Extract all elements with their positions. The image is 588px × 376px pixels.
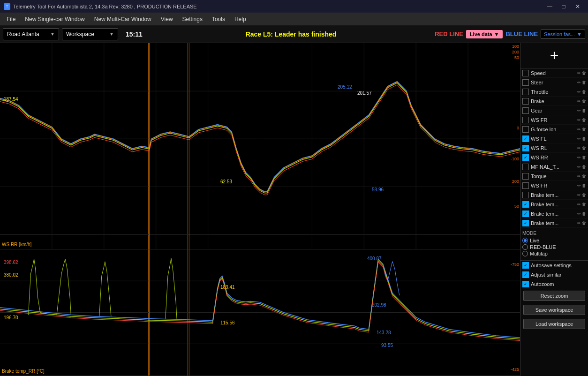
autozoom-check[interactable] (522, 281, 529, 287)
channel-mfinal-edit[interactable]: ✏ (577, 165, 581, 169)
channel-gforce-check[interactable] (522, 126, 529, 133)
reset-zoom-button[interactable]: Reset zoom (523, 291, 585, 301)
menu-file[interactable]: File (2, 15, 20, 23)
track-dropdown[interactable]: Road Atlanta ▼ (3, 28, 59, 40)
channel-steer[interactable]: Steer ✏ 🗑 (520, 78, 588, 87)
channel-ws-fr-1-edit[interactable]: ✏ (577, 118, 581, 122)
channel-speed[interactable]: Speed ✏ 🗑 (520, 68, 588, 78)
channel-ws-rl-del[interactable]: 🗑 (582, 146, 586, 150)
channel-torque-check[interactable] (522, 173, 529, 180)
menu-help[interactable]: Help (230, 15, 251, 23)
channel-gforce-del[interactable]: 🗑 (582, 127, 586, 132)
right-panel: + Speed ✏ 🗑 Steer ✏ 🗑 Throttle ✏ 🗑 (520, 43, 588, 376)
channel-brake-tem-3-check[interactable] (522, 211, 529, 217)
menu-settings[interactable]: Settings (178, 15, 207, 23)
channel-throttle-del[interactable]: 🗑 (582, 90, 586, 94)
channel-gforce-edit[interactable]: ✏ (577, 127, 581, 132)
channel-brake-tem-1[interactable]: Brake tem... ✏ 🗑 (520, 190, 588, 200)
mode-live[interactable]: Live (522, 238, 586, 243)
channel-ws-fl[interactable]: WS FL ✏ 🗑 (520, 134, 588, 143)
channel-ws-fr-1-del[interactable]: 🗑 (582, 118, 586, 122)
channel-brake[interactable]: Brake ✏ 🗑 (520, 97, 588, 106)
channel-ws-rr-check[interactable] (522, 154, 529, 161)
channel-torque[interactable]: Torque ✏ 🗑 (520, 172, 588, 181)
menu-view[interactable]: View (156, 15, 178, 23)
channel-gforce[interactable]: G-force lon ✏ 🗑 (520, 125, 588, 134)
channel-speed-check[interactable] (522, 70, 529, 76)
menu-new-multi[interactable]: New Multi-Car Window (90, 15, 156, 23)
adjust-similar-row[interactable]: Adjust similar (520, 270, 588, 279)
channel-brake-tem-4-edit[interactable]: ✏ (577, 221, 581, 226)
menubar: File New Single-car Window New Multi-Car… (0, 13, 588, 25)
mode-multilap-radio[interactable] (522, 251, 528, 256)
channel-ws-rl-check[interactable] (522, 145, 529, 151)
channel-ws-rr[interactable]: WS RR ✏ 🗑 (520, 153, 588, 162)
session-dropdown[interactable]: Session fas... ▼ (541, 30, 585, 39)
channel-steer-edit[interactable]: ✏ (577, 80, 581, 85)
channel-brake-tem-2-edit[interactable]: ✏ (577, 202, 581, 207)
mode-red-blue[interactable]: RED-BLUE (522, 244, 586, 250)
channel-ws-fr-2-check[interactable] (522, 182, 529, 189)
channel-ws-fr-1[interactable]: WS FR ✏ 🗑 (520, 115, 588, 125)
channel-brake-tem-2-check[interactable] (522, 201, 529, 208)
channel-steer-del[interactable]: 🗑 (582, 80, 586, 85)
load-workspace-button[interactable]: Load workspace (523, 319, 585, 329)
channel-brake-tem-2[interactable]: Brake tem... ✏ 🗑 (520, 200, 588, 209)
channel-brake-tem-3-del[interactable]: 🗑 (582, 211, 586, 216)
channel-gear-check[interactable] (522, 107, 529, 114)
channel-brake-tem-4-del[interactable]: 🗑 (582, 221, 586, 226)
channel-brake-edit[interactable]: ✏ (577, 99, 581, 104)
autosave-check[interactable] (522, 262, 529, 269)
channel-ws-rl-edit[interactable]: ✏ (577, 146, 581, 150)
channel-throttle[interactable]: Throttle ✏ 🗑 (520, 87, 588, 97)
channel-speed-del[interactable]: 🗑 (582, 71, 586, 75)
channel-brake-tem-3-edit[interactable]: ✏ (577, 211, 581, 216)
channel-brake-tem-4[interactable]: Brake tem... ✏ 🗑 (520, 218, 588, 228)
menu-new-single[interactable]: New Single-car Window (20, 15, 89, 23)
channel-brake-tem-1-del[interactable]: 🗑 (582, 193, 586, 197)
channel-brake-check[interactable] (522, 98, 529, 105)
save-workspace-button[interactable]: Save workspace (523, 305, 585, 315)
channel-gear-del[interactable]: 🗑 (582, 108, 586, 113)
maximize-button[interactable]: □ (557, 2, 570, 11)
channel-mfinal[interactable]: MFINAL_T... ✏ 🗑 (520, 162, 588, 172)
channel-ws-fl-edit[interactable]: ✏ (577, 136, 581, 141)
channel-brake-del[interactable]: 🗑 (582, 99, 586, 104)
workspace-dropdown[interactable]: Workspace ▼ (62, 28, 118, 40)
channel-speed-edit[interactable]: ✏ (577, 71, 581, 75)
channel-brake-tem-2-del[interactable]: 🗑 (582, 202, 586, 207)
channel-mfinal-check[interactable] (522, 164, 529, 170)
channel-throttle-edit[interactable]: ✏ (577, 90, 581, 94)
menu-tools[interactable]: Tools (207, 15, 230, 23)
live-data-button[interactable]: Live data ▼ (466, 30, 503, 38)
channel-gear-edit[interactable]: ✏ (577, 108, 581, 113)
channel-torque-edit[interactable]: ✏ (577, 174, 581, 179)
autosave-row[interactable]: Autosave settings (520, 261, 588, 270)
adjust-similar-check[interactable] (522, 271, 529, 278)
channel-brake-tem-1-check[interactable] (522, 192, 529, 198)
mode-multilap[interactable]: Multilap (522, 251, 586, 256)
mode-live-radio[interactable] (522, 238, 528, 243)
channel-ws-rr-del[interactable]: 🗑 (582, 155, 586, 160)
channel-ws-fr-2-del[interactable]: 🗑 (582, 183, 586, 188)
channel-brake-tem-3[interactable]: Brake tem... ✏ 🗑 (520, 209, 588, 218)
channel-ws-fr-1-check[interactable] (522, 117, 529, 123)
mode-red-blue-radio[interactable] (522, 244, 528, 250)
add-channel-button[interactable]: + (520, 43, 588, 68)
minimize-button[interactable]: — (543, 2, 556, 11)
channel-torque-del[interactable]: 🗑 (582, 174, 586, 179)
channel-steer-check[interactable] (522, 79, 529, 86)
channel-ws-rl[interactable]: WS RL ✏ 🗑 (520, 143, 588, 153)
channel-ws-fl-check[interactable] (522, 135, 529, 142)
channel-mfinal-del[interactable]: 🗑 (582, 165, 586, 169)
channel-brake-tem-4-check[interactable] (522, 220, 529, 226)
channel-ws-fr-2[interactable]: WS FR ✏ 🗑 (520, 181, 588, 190)
autozoom-row[interactable]: Autozoom (520, 279, 588, 289)
close-button[interactable]: ✕ (571, 2, 584, 11)
channel-throttle-check[interactable] (522, 89, 529, 95)
channel-gear[interactable]: Gear ✏ 🗑 (520, 106, 588, 115)
channel-ws-fl-del[interactable]: 🗑 (582, 136, 586, 141)
channel-ws-rr-edit[interactable]: ✏ (577, 155, 581, 160)
channel-brake-tem-1-edit[interactable]: ✏ (577, 193, 581, 197)
channel-ws-fr-2-edit[interactable]: ✏ (577, 183, 581, 188)
